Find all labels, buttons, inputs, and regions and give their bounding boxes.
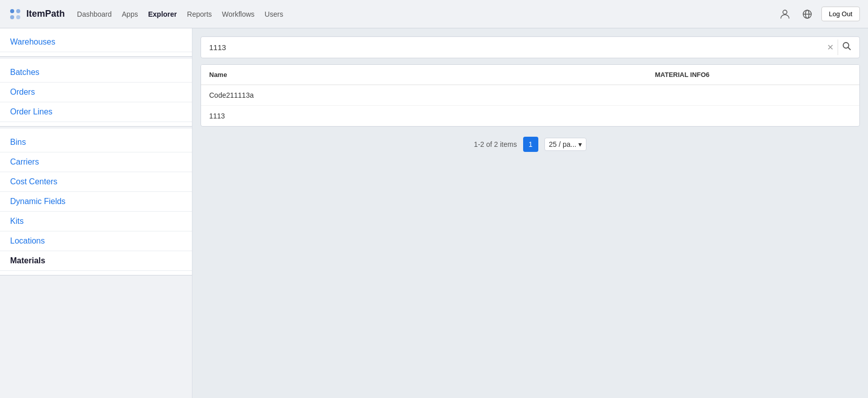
search-bar: ✕: [201, 36, 860, 58]
sidebar-section-warehouses: Warehouses: [0, 28, 192, 57]
cell-info-2: [505, 106, 859, 127]
sidebar-item-orders[interactable]: Orders: [0, 83, 192, 102]
nav-workflows[interactable]: Workflows: [222, 8, 254, 20]
main-nav: Dashboard Apps Explorer Reports Workflow…: [77, 8, 283, 20]
table-row[interactable]: 1113: [201, 106, 859, 127]
search-submit-icon[interactable]: [838, 39, 855, 55]
sidebar-item-cost-centers[interactable]: Cost Centers: [0, 172, 192, 192]
pagination-info: 1-2 of 2 items: [474, 140, 517, 148]
header-right: Log Out: [777, 6, 860, 22]
table-body: Code211113a 1113: [201, 85, 859, 127]
nav-explorer[interactable]: Explorer: [148, 8, 177, 20]
nav-reports[interactable]: Reports: [187, 8, 212, 20]
svg-point-1: [16, 9, 20, 13]
sidebar-item-bins[interactable]: Bins: [0, 133, 192, 152]
cell-name-1: Code211113a: [201, 85, 505, 106]
sidebar-item-dynamic-fields[interactable]: Dynamic Fields: [0, 192, 192, 212]
sidebar-item-kits[interactable]: Kits: [0, 212, 192, 231]
logout-button[interactable]: Log Out: [821, 7, 860, 21]
header: ItemPath Dashboard Apps Explorer Reports…: [0, 0, 868, 28]
nav-dashboard[interactable]: Dashboard: [77, 8, 112, 20]
sidebar: Warehouses Batches Orders Order Lines Bi…: [0, 28, 192, 398]
sidebar-item-warehouses[interactable]: Warehouses: [0, 32, 192, 52]
svg-point-4: [783, 10, 787, 14]
logo-text: ItemPath: [26, 9, 65, 19]
svg-point-0: [10, 9, 14, 13]
cell-info-1: [505, 85, 859, 106]
globe-icon[interactable]: [799, 6, 815, 22]
table-header: Name MATERIAL INFO6: [201, 65, 859, 85]
col-name: Name: [201, 65, 505, 85]
cell-name-2: 1113: [201, 106, 505, 127]
user-icon[interactable]: [777, 6, 793, 22]
sidebar-item-carriers[interactable]: Carriers: [0, 152, 192, 172]
table-row[interactable]: Code211113a: [201, 85, 859, 106]
nav-users[interactable]: Users: [265, 8, 284, 20]
sidebar-item-locations[interactable]: Locations: [0, 231, 192, 251]
svg-line-9: [848, 48, 851, 50]
content-area: ✕ Name MATERIAL INFO6 Code2: [192, 28, 868, 398]
search-input[interactable]: [205, 37, 825, 58]
search-clear-icon[interactable]: ✕: [825, 41, 836, 54]
svg-point-2: [10, 15, 14, 19]
page-1-button[interactable]: 1: [523, 137, 538, 152]
header-left: ItemPath Dashboard Apps Explorer Reports…: [8, 7, 283, 21]
svg-point-3: [16, 15, 20, 19]
per-page-label: 25 / pa...: [549, 140, 576, 148]
col-material-info: MATERIAL INFO6: [505, 65, 859, 85]
pagination: 1-2 of 2 items 1 25 / pa... ▾: [201, 133, 860, 156]
results-table-container: Name MATERIAL INFO6 Code211113a 1113: [201, 64, 860, 127]
sidebar-section-misc: Bins Carriers Cost Centers Dynamic Field…: [0, 129, 192, 275]
logo: ItemPath: [8, 7, 65, 21]
main-layout: Warehouses Batches Orders Order Lines Bi…: [0, 28, 868, 398]
sidebar-item-materials[interactable]: Materials: [0, 251, 192, 271]
sidebar-item-batches[interactable]: Batches: [0, 63, 192, 83]
per-page-select[interactable]: 25 / pa... ▾: [544, 138, 586, 151]
nav-apps[interactable]: Apps: [122, 8, 138, 20]
sidebar-item-order-lines[interactable]: Order Lines: [0, 102, 192, 122]
sidebar-section-orders: Batches Orders Order Lines: [0, 59, 192, 127]
results-table: Name MATERIAL INFO6 Code211113a 1113: [201, 65, 859, 126]
per-page-chevron: ▾: [578, 140, 582, 148]
logo-icon: [8, 7, 22, 21]
